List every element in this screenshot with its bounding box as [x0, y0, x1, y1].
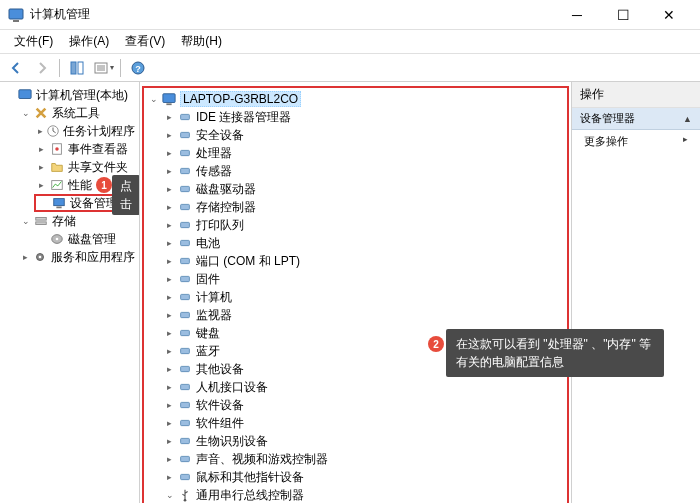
- menu-file[interactable]: 文件(F): [6, 31, 61, 52]
- expand-icon[interactable]: ▸: [164, 220, 175, 231]
- device-category-label: 通用串行总线控制器: [196, 487, 304, 504]
- device-category-icon: [177, 289, 193, 305]
- device-category[interactable]: ▸人机接口设备: [162, 378, 565, 396]
- properties-button[interactable]: ▾: [91, 57, 115, 79]
- show-hide-button[interactable]: [65, 57, 89, 79]
- tree-shared-folders[interactable]: ▸共享文件夹: [34, 158, 137, 176]
- expand-icon[interactable]: ▸: [164, 148, 175, 159]
- device-category-label: 人机接口设备: [196, 379, 268, 396]
- help-button[interactable]: ?: [126, 57, 150, 79]
- svg-rect-24: [166, 103, 171, 105]
- expand-icon[interactable]: ▸: [164, 382, 175, 393]
- device-category-label: 软件组件: [196, 415, 244, 432]
- svg-rect-1: [13, 20, 19, 22]
- gear-icon: [33, 249, 48, 265]
- actions-section[interactable]: 设备管理器 ▲: [572, 108, 700, 130]
- actions-header: 操作: [572, 82, 700, 108]
- device-category[interactable]: ▸鼠标和其他指针设备: [162, 468, 565, 486]
- expand-icon[interactable]: ▸: [164, 310, 175, 321]
- left-tree-pane[interactable]: ▸ 计算机管理(本地) ⌄ 系统工具 ▸任务计划程序 ▸事件查看器: [0, 82, 140, 503]
- device-usb-controllers[interactable]: ⌄通用串行总线控制器: [162, 486, 565, 503]
- device-category[interactable]: ▸软件设备: [162, 396, 565, 414]
- tree-system-tools[interactable]: ⌄ 系统工具: [18, 104, 137, 122]
- menu-help[interactable]: 帮助(H): [173, 31, 230, 52]
- device-category-icon: [177, 181, 193, 197]
- device-category-icon: [177, 469, 193, 485]
- expand-icon[interactable]: ▸: [164, 184, 175, 195]
- expand-icon[interactable]: ▸: [36, 162, 47, 173]
- expand-icon[interactable]: ▸: [164, 112, 175, 123]
- maximize-button[interactable]: ☐: [600, 0, 646, 30]
- device-category[interactable]: ▸处理器: [162, 144, 565, 162]
- device-category[interactable]: ▸固件: [162, 270, 565, 288]
- expand-icon[interactable]: ▸: [36, 126, 44, 137]
- device-category-label: 打印队列: [196, 217, 244, 234]
- minimize-button[interactable]: ─: [554, 0, 600, 30]
- menu-action[interactable]: 操作(A): [61, 31, 117, 52]
- collapse-icon[interactable]: ⌄: [20, 216, 31, 227]
- tree-root-computer-mgmt[interactable]: ▸ 计算机管理(本地): [2, 86, 137, 104]
- device-root[interactable]: ⌄ LAPTOP-G3RBL2CO: [146, 90, 565, 108]
- device-category-label: 处理器: [196, 145, 232, 162]
- collapse-icon[interactable]: ⌄: [148, 94, 159, 105]
- expand-icon[interactable]: ▸: [164, 454, 175, 465]
- expand-icon[interactable]: ▸: [164, 328, 175, 339]
- device-category[interactable]: ▸安全设备: [162, 126, 565, 144]
- tree-disk-mgmt[interactable]: ▸磁盘管理: [34, 230, 137, 248]
- forward-button[interactable]: [30, 57, 54, 79]
- svg-rect-37: [181, 330, 190, 335]
- collapse-icon[interactable]: ⌄: [20, 108, 31, 119]
- svg-rect-40: [181, 384, 190, 389]
- expand-icon[interactable]: ▸: [164, 202, 175, 213]
- svg-rect-18: [36, 222, 47, 225]
- device-category[interactable]: ▸监视器: [162, 306, 565, 324]
- device-category-label: 键盘: [196, 325, 220, 342]
- svg-rect-25: [181, 114, 190, 119]
- device-category[interactable]: ▸存储控制器: [162, 198, 565, 216]
- device-category[interactable]: ▸计算机: [162, 288, 565, 306]
- annotation-badge-2: 2: [428, 336, 444, 352]
- device-category[interactable]: ▸打印队列: [162, 216, 565, 234]
- more-actions[interactable]: 更多操作 ▸: [572, 130, 700, 153]
- menubar: 文件(F) 操作(A) 查看(V) 帮助(H): [0, 30, 700, 54]
- expand-icon[interactable]: ▸: [164, 274, 175, 285]
- expand-icon[interactable]: ▸: [164, 292, 175, 303]
- device-tree-pane[interactable]: ⌄ LAPTOP-G3RBL2CO ▸IDE 连接器管理器▸安全设备▸处理器▸传…: [140, 82, 572, 503]
- tree-label: 事件查看器: [68, 141, 128, 158]
- collapse-icon[interactable]: ⌄: [164, 490, 175, 501]
- menu-view[interactable]: 查看(V): [117, 31, 173, 52]
- expand-icon[interactable]: ▸: [164, 256, 175, 267]
- close-button[interactable]: ✕: [646, 0, 692, 30]
- device-category[interactable]: ▸端口 (COM 和 LPT): [162, 252, 565, 270]
- device-category-label: 存储控制器: [196, 199, 256, 216]
- tree-event-viewer[interactable]: ▸事件查看器: [34, 140, 137, 158]
- expand-icon[interactable]: ▸: [164, 472, 175, 483]
- expand-icon[interactable]: ▸: [164, 436, 175, 447]
- device-category-icon: [177, 343, 193, 359]
- device-category[interactable]: ▸IDE 连接器管理器: [162, 108, 565, 126]
- device-category-icon: [177, 217, 193, 233]
- tree-task-scheduler[interactable]: ▸任务计划程序: [34, 122, 137, 140]
- expand-icon[interactable]: ▸: [36, 144, 47, 155]
- expand-icon[interactable]: ▸: [20, 252, 31, 263]
- expand-icon[interactable]: ▸: [164, 418, 175, 429]
- device-category[interactable]: ▸声音、视频和游戏控制器: [162, 450, 565, 468]
- back-button[interactable]: [4, 57, 28, 79]
- more-actions-label: 更多操作: [584, 135, 628, 147]
- expand-icon[interactable]: ▸: [164, 346, 175, 357]
- expand-icon[interactable]: ▸: [36, 180, 47, 191]
- svg-point-20: [56, 238, 59, 241]
- expand-icon[interactable]: ▸: [164, 130, 175, 141]
- expand-icon[interactable]: ▸: [164, 238, 175, 249]
- device-category[interactable]: ▸电池: [162, 234, 565, 252]
- device-category[interactable]: ▸传感器: [162, 162, 565, 180]
- device-category[interactable]: ▸磁盘驱动器: [162, 180, 565, 198]
- expand-icon[interactable]: ▸: [164, 400, 175, 411]
- expand-icon[interactable]: ▸: [164, 364, 175, 375]
- device-category[interactable]: ▸软件组件: [162, 414, 565, 432]
- device-category[interactable]: ▸生物识别设备: [162, 432, 565, 450]
- expand-icon[interactable]: ▸: [164, 166, 175, 177]
- content-area: ▸ 计算机管理(本地) ⌄ 系统工具 ▸任务计划程序 ▸事件查看器: [0, 82, 700, 503]
- tree-services[interactable]: ▸ 服务和应用程序: [18, 248, 137, 266]
- device-category-icon: [177, 253, 193, 269]
